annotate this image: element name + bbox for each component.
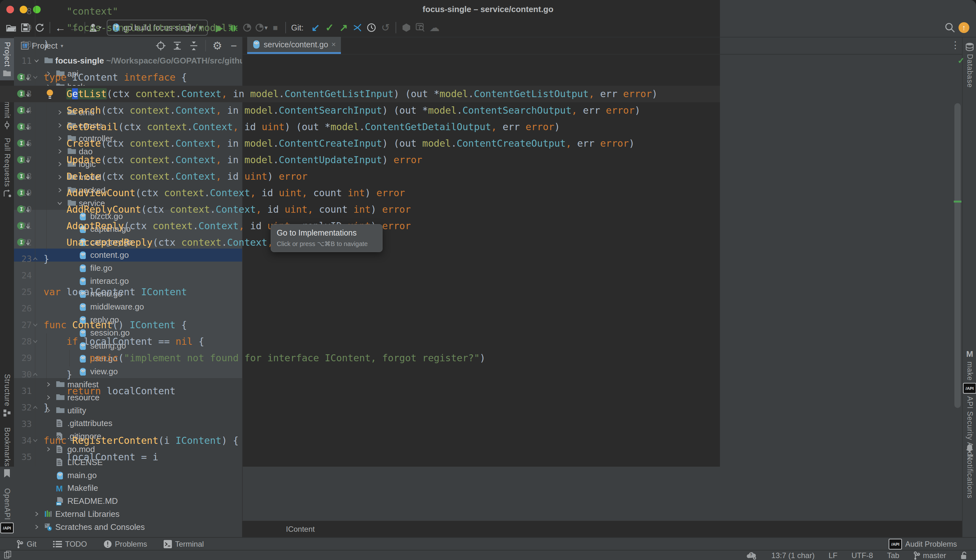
file-encoding[interactable]: UTF-8: [851, 551, 873, 560]
tree-item-scratches-and-consoles[interactable]: Scratches and Consoles: [14, 521, 242, 533]
toolwindow-button-problems[interactable]: Problems: [104, 540, 147, 548]
code-line-11[interactable]: 11: [0, 53, 720, 69]
code-line-15[interactable]: 15I GetDetail(ctx context.Context, id ui…: [0, 119, 720, 135]
ext-lib-icon: [44, 510, 52, 517]
code-line-34[interactable]: 34func RegisterContent(i IContent) {: [0, 432, 720, 449]
implemented-gutter-icon[interactable]: I: [17, 221, 31, 231]
code-line-8[interactable]: 8 "context": [0, 3, 720, 20]
implemented-gutter-icon[interactable]: I: [17, 139, 31, 148]
code-line-19[interactable]: 19I AddViewCount(ctx context.Context, id…: [0, 185, 720, 201]
stripe-button-notifications[interactable]: Notifications: [963, 440, 976, 502]
caret-position[interactable]: 13:7 (1 char): [771, 551, 815, 560]
fold-region-start-icon[interactable]: [32, 437, 39, 444]
tree-item-main.go[interactable]: main.go: [14, 469, 242, 482]
branch-icon: [913, 551, 921, 560]
code-line-12[interactable]: 12Itype IContent interface {: [0, 69, 720, 86]
stripe-label: Database: [966, 54, 974, 88]
fold-region-end-icon[interactable]: [32, 41, 39, 48]
terminal-icon: [164, 540, 172, 548]
code-line-23[interactable]: 23}: [0, 251, 720, 267]
readonly-toggle[interactable]: [960, 551, 968, 560]
git-branch[interactable]: master: [913, 551, 946, 560]
fold-region-end-icon[interactable]: [32, 404, 39, 411]
code-line-32[interactable]: 32}: [0, 399, 720, 416]
audit-problems-button[interactable]: /APIAudit Problems: [889, 539, 957, 550]
window-switcher-icon[interactable]: [4, 550, 12, 560]
inspections-ok-icon[interactable]: ✓: [958, 56, 964, 66]
tool-window-bar: GitTODOProblemsTerminal/APIAudit Problem…: [0, 537, 976, 550]
code-text: }: [43, 251, 49, 267]
update-available-button[interactable]: ↑: [957, 21, 971, 35]
tab-options-icon[interactable]: ⋮: [951, 39, 960, 50]
code-line-25[interactable]: 25var localContent IContent: [0, 284, 720, 300]
fold-region-end-icon[interactable]: [32, 371, 39, 378]
line-number: 31: [0, 383, 32, 399]
code-text: Delete(ctx context.Context, id uint) err…: [43, 168, 308, 185]
code-line-31[interactable]: 31 return localContent: [0, 383, 720, 399]
line-number: 34: [0, 432, 32, 449]
svg-text:I: I: [20, 173, 23, 179]
implemented-gutter-icon[interactable]: I: [17, 89, 31, 99]
indent-style[interactable]: Tab: [887, 551, 899, 560]
implemented-gutter-icon[interactable]: I: [17, 106, 31, 115]
code-line-33[interactable]: 33: [0, 416, 720, 432]
toolwindow-label: Terminal: [175, 540, 204, 548]
implemented-gutter-icon[interactable]: I: [17, 238, 31, 247]
tree-item-label: README.MD: [67, 496, 118, 506]
stripe-button-database[interactable]: Database: [963, 39, 976, 92]
code-line-35[interactable]: 35 localContent = i: [0, 449, 720, 465]
implemented-gutter-icon[interactable]: I: [17, 122, 31, 132]
code-line-24[interactable]: 24: [0, 267, 720, 284]
code-line-30[interactable]: 30 }: [0, 367, 720, 383]
fold-region-start-icon[interactable]: [32, 74, 39, 81]
code-line-10[interactable]: 10): [0, 36, 720, 53]
code-line-13[interactable]: 13I GetList(ctx context.Context, in mode…: [0, 86, 720, 102]
tree-item-readme.md[interactable]: MDREADME.MD: [14, 495, 242, 508]
toolwindow-button-git[interactable]: Git: [17, 540, 37, 548]
code-line-14[interactable]: 14I Search(ctx context.Context, in model…: [0, 102, 720, 119]
svg-text:I: I: [20, 157, 23, 163]
stripe-button-openapi[interactable]: OpenAPI/API: [0, 485, 14, 537]
code-line-20[interactable]: 20I AddReplyCount(ctx context.Context, i…: [0, 201, 720, 218]
code-line-9[interactable]: 9 "focus-single/internal/model": [0, 20, 720, 36]
svg-text:I: I: [20, 239, 23, 245]
implemented-gutter-icon[interactable]: I: [17, 205, 31, 214]
stripe-button-make[interactable]: Mmake: [963, 345, 976, 385]
chevron-collapsed-icon[interactable]: [33, 523, 40, 530]
implemented-gutter-icon[interactable]: I: [17, 172, 31, 181]
tree-item-external-libraries[interactable]: External Libraries: [14, 508, 242, 521]
bookmark-icon: [3, 469, 10, 477]
code-line-17[interactable]: 17I Update(ctx context.Context, in model…: [0, 152, 720, 168]
line-ending[interactable]: LF: [829, 551, 837, 560]
tree-item-label: main.go: [67, 470, 97, 480]
code-line-28[interactable]: 28 if localContent == nil {: [0, 333, 720, 350]
code-text: GetList(ctx context.Context, in model.Co…: [43, 86, 658, 102]
code-line-18[interactable]: 18I Delete(ctx context.Context, id uint)…: [0, 168, 720, 185]
svg-text:I: I: [20, 74, 23, 80]
toolwindow-button-todo[interactable]: TODO: [53, 540, 87, 548]
chevron-collapsed-icon[interactable]: [33, 510, 40, 517]
code-line-16[interactable]: 16I Create(ctx context.Context, in model…: [0, 135, 720, 152]
line-number: 10: [0, 36, 32, 53]
code-text: GetDetail(ctx context.Context, id uint) …: [43, 119, 560, 135]
editor-scrollbar[interactable]: [954, 103, 961, 408]
tree-item-makefile[interactable]: MMakefile: [14, 482, 242, 495]
code-text: Update(ctx context.Context, in model.Con…: [43, 152, 422, 168]
implemented-gutter-icon[interactable]: I: [17, 155, 31, 165]
cloud-sync-status[interactable]: ?: [746, 551, 757, 560]
code-text: ): [43, 36, 49, 53]
ide-window: focus-single – service/content.go ←→go b…: [0, 0, 976, 560]
search-button[interactable]: [943, 21, 957, 35]
code-line-29[interactable]: 29 panic("implement not found for interf…: [0, 350, 720, 367]
fold-region-start-icon[interactable]: [32, 338, 39, 345]
implemented-gutter-icon[interactable]: I: [17, 73, 31, 82]
fold-region-start-icon[interactable]: [32, 322, 39, 328]
breadcrumb-item[interactable]: IContent: [286, 525, 315, 533]
make-icon: M: [966, 349, 973, 359]
implemented-gutter-icon[interactable]: I: [17, 188, 31, 198]
code-line-26[interactable]: 26: [0, 300, 720, 317]
toolwindow-button-terminal[interactable]: Terminal: [164, 540, 204, 548]
fold-region-end-icon[interactable]: [32, 255, 39, 263]
code-line-27[interactable]: 27func Content() IContent {: [0, 317, 720, 333]
svg-text:I: I: [20, 107, 23, 113]
